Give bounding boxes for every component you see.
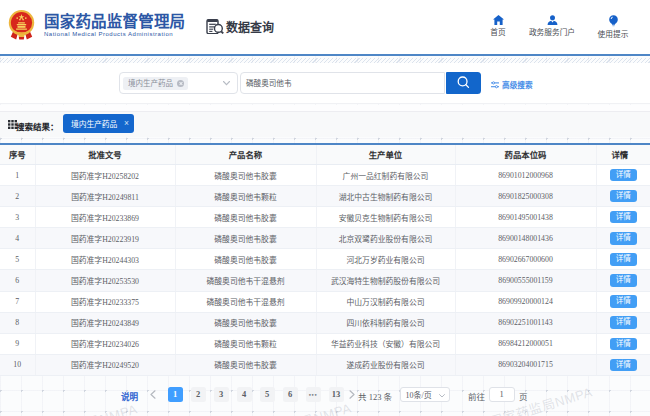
goto-label: 前往 — [468, 390, 485, 402]
page-ellipsis[interactable]: ••• — [306, 387, 321, 403]
results-filter-tag[interactable]: 境内生产药品 × — [63, 114, 134, 133]
page-number-6[interactable]: 6 — [283, 387, 298, 403]
chevron-down-icon — [439, 394, 445, 398]
col-manufacturer: 生产单位 — [316, 145, 455, 165]
cell-detail: 详情 — [596, 354, 650, 375]
cell-code: 86902667000600 — [455, 249, 596, 270]
cell-detail: 详情 — [596, 186, 650, 207]
advanced-search-link[interactable]: 高级搜索 — [491, 79, 533, 90]
cell-code: 86901825000308 — [455, 186, 596, 207]
cell-code: 86902251001143 — [455, 312, 596, 333]
search-input[interactable]: 磷酸奥司他韦 — [240, 72, 445, 94]
cell-detail: 详情 — [596, 249, 650, 270]
goto-suffix: 页 — [519, 390, 528, 402]
detail-button[interactable]: 详情 — [610, 359, 637, 372]
cell-product: 磷酸奥司他韦胶囊 — [175, 249, 316, 270]
cell-code: 86984212000051 — [455, 333, 596, 354]
cell-index: 1 — [0, 165, 35, 186]
tag-remove-icon[interactable] — [177, 80, 184, 87]
cell-product: 磷酸奥司他韦胶囊 — [175, 354, 316, 375]
col-product: 产品名称 — [175, 145, 316, 165]
table-row: 1 国药准字H20258202 磷酸奥司他韦胶囊 广州一品红制药有限公司 869… — [0, 165, 650, 186]
filter-remove-icon[interactable]: × — [124, 118, 129, 128]
table-row: 8 国药准字H20243849 磷酸奥司他韦胶囊 四川依科制药有限公司 8690… — [0, 312, 650, 333]
cell-product: 磷酸奥司他韦胶囊 — [175, 312, 316, 333]
cell-approval: 国药准字H20249811 — [35, 186, 175, 207]
cell-index: 9 — [0, 333, 35, 354]
page-number-5[interactable]: 5 — [260, 387, 275, 403]
detail-button[interactable]: 详情 — [610, 274, 637, 287]
nav-home-label: 首页 — [490, 26, 505, 37]
cell-approval: 国药准字H20234026 — [35, 333, 175, 354]
cell-manufacturer: 湖北中古生物制药有限公司 — [316, 186, 455, 207]
cell-code: 86909920000124 — [455, 291, 596, 312]
cell-approval: 国药准字H20223919 — [35, 228, 175, 249]
cell-manufacturer: 河北万岁药业有限公司 — [316, 249, 455, 270]
next-page-arrow[interactable] — [349, 390, 355, 399]
category-select[interactable]: 境内生产药品 — [119, 72, 238, 94]
cell-approval: 国药准字H20253530 — [35, 270, 175, 291]
cell-detail: 详情 — [596, 270, 650, 291]
user-icon — [547, 15, 558, 25]
cell-manufacturer: 安徽贝克生物制药有限公司 — [316, 207, 455, 228]
cell-product: 磷酸奥司他韦干混悬剂 — [175, 291, 316, 312]
cell-index: 7 — [0, 291, 35, 312]
nav-home[interactable]: 首页 — [470, 15, 526, 37]
col-code: 药品本位码 — [455, 145, 596, 165]
detail-button[interactable]: 详情 — [610, 190, 637, 203]
pin-icon — [609, 15, 618, 27]
page-size-value: 10条/页 — [401, 389, 432, 400]
search-button[interactable] — [446, 72, 481, 94]
col-detail: 详情 — [596, 145, 650, 165]
note-link[interactable]: 说明 — [121, 390, 138, 402]
detail-button[interactable]: 详情 — [610, 169, 637, 182]
cell-code: 86901012000968 — [455, 165, 596, 186]
page-number-4[interactable]: 4 — [237, 387, 252, 403]
cell-approval: 国药准字H20249520 — [35, 354, 175, 375]
prev-page-arrow[interactable] — [150, 390, 156, 399]
table-row: 5 国药准字H20244303 磷酸奥司他韦胶囊 河北万岁药业有限公司 8690… — [0, 249, 650, 270]
cell-approval: 国药准字H20233869 — [35, 207, 175, 228]
goto-page-input[interactable] — [489, 387, 515, 403]
category-selected-tag[interactable]: 境内生产药品 — [123, 77, 188, 90]
cell-approval: 国药准字H20233375 — [35, 291, 175, 312]
table-row: 3 国药准字H20233869 磷酸奥司他韦胶囊 安徽贝克生物制药有限公司 86… — [0, 207, 650, 228]
table-row: 4 国药准字H20223919 磷酸奥司他韦胶囊 北京双鹭药业股份有限公司 86… — [0, 228, 650, 249]
cell-detail: 详情 — [596, 333, 650, 354]
cell-detail: 详情 — [596, 228, 650, 249]
page-number-1[interactable]: 1 — [168, 387, 183, 403]
cell-manufacturer: 华益药业科技（安徽）有限公司 — [316, 333, 455, 354]
detail-button[interactable]: 详情 — [610, 253, 637, 266]
cell-index: 6 — [0, 270, 35, 291]
advanced-search-label: 高级搜索 — [502, 79, 533, 90]
detail-button[interactable]: 详情 — [610, 232, 637, 245]
col-approval: 批准文号 — [35, 145, 175, 165]
home-icon — [493, 15, 504, 25]
cell-detail: 详情 — [596, 291, 650, 312]
cell-detail: 详情 — [596, 207, 650, 228]
cell-manufacturer: 广州一品红制药有限公司 — [316, 165, 455, 186]
table-row: 2 国药准字H20249811 磷酸奥司他韦颗粒 湖北中古生物制药有限公司 86… — [0, 186, 650, 207]
detail-button[interactable]: 详情 — [610, 295, 637, 308]
nav-portal[interactable]: 政务服务门户 — [524, 15, 580, 37]
detail-button[interactable]: 详情 — [610, 338, 637, 351]
page-number-3[interactable]: 3 — [214, 387, 229, 403]
cell-index: 3 — [0, 207, 35, 228]
page-number-13[interactable]: 13 — [329, 387, 344, 403]
detail-button[interactable]: 详情 — [610, 316, 637, 329]
page-size-select[interactable]: 10条/页 — [400, 387, 450, 403]
cell-code: 86901495001438 — [455, 207, 596, 228]
page-number-2[interactable]: 2 — [191, 387, 206, 403]
cell-detail: 详情 — [596, 312, 650, 333]
detail-button[interactable]: 详情 — [610, 211, 637, 224]
table-row: 10 国药准字H20249520 磷酸奥司他韦胶囊 遂成药业股份有限公司 869… — [0, 354, 650, 375]
sliders-icon — [491, 81, 499, 89]
cell-manufacturer: 中山万汉制药有限公司 — [316, 291, 455, 312]
cell-code: 86900148001436 — [455, 228, 596, 249]
nav-tips[interactable]: 使用提示 — [585, 15, 641, 39]
cell-manufacturer: 武汉海特生物制药股份有限公司 — [316, 270, 455, 291]
category-tag-label: 境内生产药品 — [128, 77, 173, 90]
cell-product: 磷酸奥司他韦胶囊 — [175, 228, 316, 249]
nav-tips-label: 使用提示 — [598, 28, 629, 39]
top-navigation: 首页 政务服务门户 使用提示 — [0, 0, 650, 56]
